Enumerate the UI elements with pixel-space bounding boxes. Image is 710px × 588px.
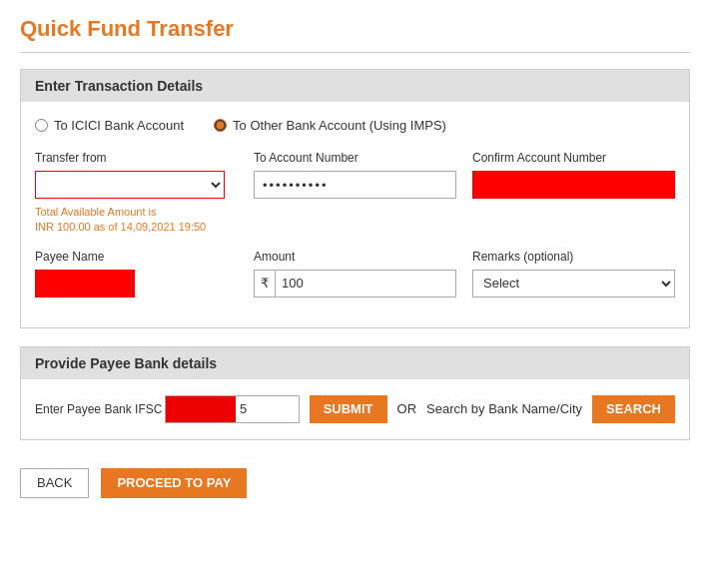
transfer-from-label: Transfer from (35, 151, 238, 165)
amount-symbol: ₹ (255, 271, 276, 296)
payee-name-group: Payee Name (35, 250, 238, 297)
confirm-account-label: Confirm Account Number (472, 151, 675, 165)
or-text: OR (397, 401, 417, 416)
search-by-label: Search by Bank Name/City (426, 401, 582, 416)
remarks-label: Remarks (optional) (472, 250, 675, 264)
radio-other[interactable]: To Other Bank Account (Using IMPS) (214, 118, 446, 133)
transfer-type-radio-group: To ICICI Bank Account To Other Bank Acco… (35, 118, 675, 133)
transfer-from-select[interactable] (35, 171, 225, 199)
payee-bank-section-header: Provide Payee Bank details (21, 347, 689, 379)
amount-input[interactable] (276, 271, 455, 296)
ifsc-red-fill (166, 396, 236, 422)
account-number-group: To Account Number (254, 151, 456, 199)
form-row-1: Transfer from Total Available Amount is … (35, 151, 675, 236)
payee-bank-section: Provide Payee Bank details Enter Payee B… (20, 346, 690, 440)
transaction-section: Enter Transaction Details To ICICI Bank … (20, 69, 690, 328)
radio-icici-input[interactable] (35, 119, 48, 132)
transfer-from-group: Transfer from Total Available Amount is … (35, 151, 238, 236)
confirm-account-input[interactable] (472, 171, 675, 199)
payee-bank-row: Enter Payee Bank IFSC Code* 5 SUBMIT OR … (35, 395, 675, 423)
search-button[interactable]: SEARCH (592, 395, 675, 423)
proceed-button[interactable]: PROCEED TO PAY (101, 468, 247, 498)
account-number-input[interactable] (254, 171, 456, 199)
radio-other-label: To Other Bank Account (Using IMPS) (233, 118, 446, 133)
account-number-label: To Account Number (254, 151, 456, 165)
radio-icici-label: To ICICI Bank Account (54, 118, 184, 133)
form-row-2: Payee Name Amount ₹ Remarks (optional) S… (35, 250, 675, 297)
amount-label: Amount (254, 250, 456, 264)
back-button[interactable]: BACK (20, 468, 89, 498)
amount-input-wrapper: ₹ (254, 270, 456, 297)
radio-other-input[interactable] (214, 119, 227, 132)
payee-name-input[interactable] (35, 270, 135, 297)
radio-icici[interactable]: To ICICI Bank Account (35, 118, 184, 133)
payee-name-label: Payee Name (35, 250, 238, 264)
ifsc-input-wrapper: 5 (165, 395, 300, 423)
ifsc-label: Enter Payee Bank IFSC Code* (35, 402, 155, 416)
remarks-select[interactable]: Select (472, 270, 675, 297)
remarks-group: Remarks (optional) Select (472, 250, 675, 297)
divider (20, 52, 690, 53)
page-title: Quick Fund Transfer (20, 16, 690, 42)
transaction-section-header: Enter Transaction Details (21, 70, 689, 102)
amount-group: Amount ₹ (254, 250, 456, 297)
footer-buttons: BACK PROCEED TO PAY (20, 458, 690, 504)
confirm-account-group: Confirm Account Number (472, 151, 675, 199)
ifsc-text-suffix: 5 (236, 401, 251, 416)
submit-button[interactable]: SUBMIT (310, 395, 387, 423)
available-amount: Total Available Amount is INR 100.00 as … (35, 205, 238, 236)
